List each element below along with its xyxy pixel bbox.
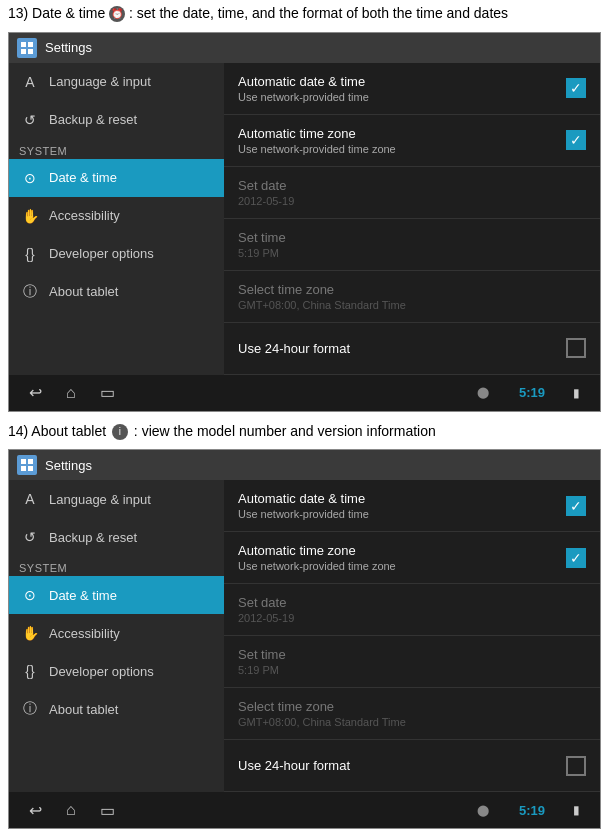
setting-set-date-sub: 2012-05-19 <box>238 195 586 207</box>
sidebar-item-accessibility[interactable]: ✋ Accessibility <box>9 197 224 235</box>
24hour-checkbox-2[interactable] <box>566 756 586 776</box>
setting-select-timezone-title: Select time zone <box>238 282 586 297</box>
language-icon: A <box>19 71 41 93</box>
sidebar-label-datetime: Date & time <box>49 170 117 185</box>
setting-24hour-text: Use 24-hour format <box>238 341 566 356</box>
settings-title-1: Settings <box>45 40 92 55</box>
setting-24hour-title: Use 24-hour format <box>238 341 566 356</box>
setting-auto-date-time[interactable]: Automatic date & time Use network-provid… <box>224 63 600 115</box>
sidebar-item-about[interactable]: ⓘ About tablet <box>9 273 224 311</box>
setting-set-time: Set time 5:19 PM <box>224 219 600 271</box>
setting-set-date: Set date 2012-05-19 <box>224 167 600 219</box>
svg-rect-3 <box>28 49 33 54</box>
sidebar2-item-language-input[interactable]: A Language & input <box>9 480 224 518</box>
sidebar-label-developer: Developer options <box>49 246 154 261</box>
setting2-auto-date-time[interactable]: Automatic date & time Use network-provid… <box>224 480 600 532</box>
setting-set-time-title: Set time <box>238 230 586 245</box>
setting-auto-date-time-title: Automatic date & time <box>238 74 566 89</box>
sidebar2-label-developer: Developer options <box>49 664 154 679</box>
setting2-24hour[interactable]: Use 24-hour format <box>224 740 600 792</box>
datetime-icon-2: ⊙ <box>19 584 41 606</box>
setting2-set-date-sub: 2012-05-19 <box>238 612 586 624</box>
accessibility-icon-2: ✋ <box>19 622 41 644</box>
main-content-1: Automatic date & time Use network-provid… <box>224 63 600 375</box>
sidebar2-item-backup-reset[interactable]: ↺ Backup & reset <box>9 518 224 556</box>
backup-icon: ↺ <box>19 109 41 131</box>
setting2-auto-timezone-text: Automatic time zone Use network-provided… <box>238 543 566 572</box>
sidebar-item-date-time[interactable]: ⊙ Date & time <box>9 159 224 197</box>
sidebar2-label-datetime: Date & time <box>49 588 117 603</box>
sidebar-label-language: Language & input <box>49 74 151 89</box>
settings-body-1: A Language & input ↺ Backup & reset SYST… <box>9 63 600 375</box>
auto-date-time-checkbox-2[interactable]: ✓ <box>566 496 586 516</box>
sidebar-item-language-input[interactable]: A Language & input <box>9 63 224 101</box>
setting2-auto-timezone[interactable]: Automatic time zone Use network-provided… <box>224 532 600 584</box>
sidebar2-item-accessibility[interactable]: ✋ Accessibility <box>9 614 224 652</box>
settings-icon-2 <box>17 455 37 475</box>
backup-icon-2: ↺ <box>19 526 41 548</box>
intro-14-label: 14) About tablet <box>8 423 106 439</box>
auto-date-time-checkbox[interactable]: ✓ <box>566 78 586 98</box>
developer-icon: {} <box>19 243 41 265</box>
settings-titlebar-2: Settings <box>9 450 600 480</box>
sidebar2-label-about: About tablet <box>49 702 118 717</box>
sidebar-item-developer[interactable]: {} Developer options <box>9 235 224 273</box>
svg-rect-5 <box>28 459 33 464</box>
setting2-set-date-title: Set date <box>238 595 586 610</box>
setting2-select-timezone: Select time zone GMT+08:00, China Standa… <box>224 688 600 740</box>
sidebar-label-backup: Backup & reset <box>49 112 137 127</box>
setting-set-date-title: Set date <box>238 178 586 193</box>
setting2-auto-date-time-title: Automatic date & time <box>238 491 566 506</box>
svg-rect-7 <box>28 466 33 471</box>
setting2-set-date-text: Set date 2012-05-19 <box>238 595 586 624</box>
intro-14-text: 14) About tablet i : view the model numb… <box>0 418 609 444</box>
about-info-icon: i <box>112 424 128 440</box>
about-icon-2: ⓘ <box>19 698 41 720</box>
recent-button-1[interactable]: ▭ <box>100 383 115 402</box>
svg-rect-2 <box>21 49 26 54</box>
setting2-set-time-text: Set time 5:19 PM <box>238 647 586 676</box>
battery-icon-2: ▮ <box>573 803 580 817</box>
setting2-auto-timezone-sub: Use network-provided time zone <box>238 560 566 572</box>
camera-icon-1: ⬤ <box>477 386 489 399</box>
sidebar-2: A Language & input ↺ Backup & reset SYST… <box>9 480 224 792</box>
auto-timezone-checkbox[interactable]: ✓ <box>566 130 586 150</box>
setting-select-timezone-sub: GMT+08:00, China Standard Time <box>238 299 586 311</box>
svg-rect-0 <box>21 42 26 47</box>
setting-select-timezone-text: Select time zone GMT+08:00, China Standa… <box>238 282 586 311</box>
settings-screenshot-2: Settings A Language & input ↺ Backup & r… <box>8 449 601 829</box>
clock-icon: ⏰ <box>109 6 125 22</box>
setting-set-time-sub: 5:19 PM <box>238 247 586 259</box>
home-button-1[interactable]: ⌂ <box>66 384 76 402</box>
back-button-1[interactable]: ↩ <box>29 383 42 402</box>
setting-auto-timezone[interactable]: Automatic time zone Use network-provided… <box>224 115 600 167</box>
system-section-label-2: SYSTEM <box>9 556 224 576</box>
auto-timezone-checkbox-2[interactable]: ✓ <box>566 548 586 568</box>
sidebar2-item-developer[interactable]: {} Developer options <box>9 652 224 690</box>
24hour-checkbox[interactable] <box>566 338 586 358</box>
svg-rect-6 <box>21 466 26 471</box>
settings-body-2: A Language & input ↺ Backup & reset SYST… <box>9 480 600 792</box>
setting-auto-timezone-title: Automatic time zone <box>238 126 566 141</box>
setting2-set-time-sub: 5:19 PM <box>238 664 586 676</box>
language-icon-2: A <box>19 488 41 510</box>
sidebar-1: A Language & input ↺ Backup & reset SYST… <box>9 63 224 375</box>
status-time-1: 5:19 <box>519 385 545 400</box>
sidebar2-item-about[interactable]: ⓘ About tablet <box>9 690 224 728</box>
setting-auto-timezone-text: Automatic time zone Use network-provided… <box>238 126 566 155</box>
sidebar2-label-language: Language & input <box>49 492 151 507</box>
sidebar-item-backup-reset[interactable]: ↺ Backup & reset <box>9 101 224 139</box>
setting2-select-timezone-sub: GMT+08:00, China Standard Time <box>238 716 586 728</box>
home-button-2[interactable]: ⌂ <box>66 801 76 819</box>
setting2-auto-date-time-text: Automatic date & time Use network-provid… <box>238 491 566 520</box>
nav-bar-1: ↩ ⌂ ▭ ⬤ 5:19 ▮ <box>9 375 600 411</box>
nav-bar-2: ↩ ⌂ ▭ ⬤ 5:19 ▮ <box>9 792 600 828</box>
setting-24hour[interactable]: Use 24-hour format <box>224 323 600 375</box>
settings-icon <box>17 38 37 58</box>
sidebar2-item-date-time[interactable]: ⊙ Date & time <box>9 576 224 614</box>
sidebar2-label-accessibility: Accessibility <box>49 626 120 641</box>
sidebar2-label-backup: Backup & reset <box>49 530 137 545</box>
datetime-icon: ⊙ <box>19 167 41 189</box>
back-button-2[interactable]: ↩ <box>29 801 42 820</box>
recent-button-2[interactable]: ▭ <box>100 801 115 820</box>
